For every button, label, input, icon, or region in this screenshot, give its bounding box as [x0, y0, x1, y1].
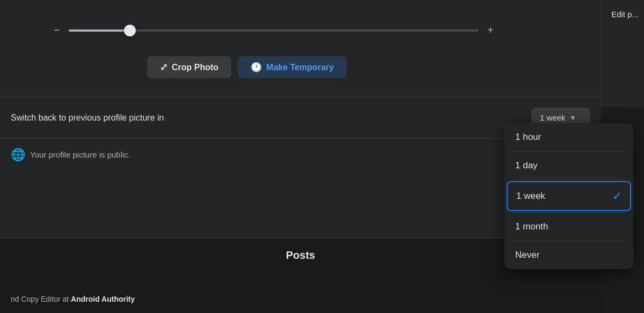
- dropdown-item-label: 1 hour: [515, 132, 541, 143]
- dropdown-item-label: Never: [515, 250, 539, 260]
- bottom-text-company: Android Authority: [71, 295, 135, 303]
- duration-dropdown-menu: 1 hour1 day1 week✓1 monthNever: [504, 123, 633, 269]
- edit-panel-label: Edit p...: [611, 10, 639, 19]
- checkmark-icon: ✓: [612, 190, 621, 203]
- dropdown-selected-value: 1 week: [540, 113, 566, 122]
- dropdown-item-1-hour[interactable]: 1 hour: [504, 123, 633, 151]
- make-temporary-button[interactable]: 🕐 Make Temporary: [238, 56, 347, 78]
- profile-public-text: Your profile picture is public.: [30, 150, 130, 159]
- crop-photo-label: Crop Photo: [172, 63, 218, 72]
- dropdown-item-label: 1 week: [516, 191, 545, 202]
- slider-plus-icon[interactable]: +: [487, 24, 494, 36]
- globe-icon: 🌐: [11, 148, 24, 161]
- slider-track[interactable]: [69, 29, 479, 32]
- action-buttons-row: ⤢ Crop Photo 🕐 Make Temporary: [0, 56, 494, 78]
- slider-fill: [69, 29, 130, 32]
- bottom-text-row: nd Copy Editor at Android Authority: [0, 290, 601, 308]
- dropdown-divider: [513, 180, 625, 180]
- dropdown-item-label: 1 day: [515, 160, 538, 171]
- chevron-down-icon: ▼: [570, 114, 576, 122]
- crop-photo-button[interactable]: ⤢ Crop Photo: [147, 56, 231, 78]
- dropdown-item-label: 1 month: [515, 221, 548, 232]
- zoom-slider-container: − +: [54, 24, 494, 36]
- bottom-text-prefix: nd Copy Editor at: [11, 295, 71, 303]
- make-temporary-label: Make Temporary: [266, 63, 334, 72]
- right-panel: Edit p...: [601, 0, 644, 107]
- dropdown-item-1-day[interactable]: 1 day: [504, 152, 633, 180]
- dropdown-item-1-week[interactable]: 1 week✓: [507, 181, 631, 211]
- dropdown-item-never[interactable]: Never: [504, 241, 633, 269]
- clock-icon: 🕐: [251, 62, 262, 73]
- switch-back-text: Switch back to previous profile picture …: [11, 113, 164, 123]
- crop-icon: ⤢: [160, 62, 167, 73]
- slider-thumb[interactable]: [124, 25, 136, 36]
- posts-title: Posts: [286, 249, 315, 262]
- dropdown-item-1-month[interactable]: 1 month: [504, 213, 633, 241]
- slider-minus-icon[interactable]: −: [54, 24, 60, 36]
